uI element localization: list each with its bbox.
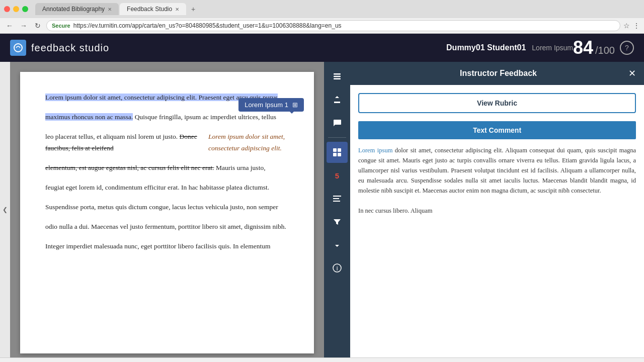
normal-text-4: Mauris urna justo, [214,164,266,171]
app-title: feedback studio [31,42,109,54]
document-page: Lorem Ipsum 1 ⊞ Lorem ipsum dolor sit am… [20,72,314,353]
score-max: /100 [595,45,615,56]
student-name: Dummy01 Student01 [446,43,526,52]
tooltip-grid-icon: ⊞ [292,101,298,109]
svg-rect-5 [338,148,341,152]
paragraph-2: maximus rhoncus non ac massa. Quisque fr… [45,112,289,123]
svg-rect-9 [333,198,339,199]
svg-rect-8 [333,196,341,197]
turnitin-logo [10,40,26,56]
highlighted-text-2: maximus rhoncus non ac massa. [45,113,133,121]
main-layout: ❮ Lorem Ipsum 1 ⊞ Lorem ipsum dolor sit … [0,62,644,357]
feedback-panel: Instructor Feedback ✕ View Rubric Text C… [350,62,644,357]
left-panel-toggle[interactable]: ❮ [0,62,10,357]
svg-rect-10 [333,201,340,202]
browser-title-bar: Annotated Bibliography ✕ Feedback Studio… [0,0,644,18]
feedback-panel-title: Instructor Feedback [368,69,628,78]
italic-comment-3: Lorem ipsum dolor sit amet, consectetur … [208,133,285,152]
settings-icon[interactable]: ⋮ [633,22,640,30]
paragraph-4: elementum, est augue egestas nisl, ac cu… [45,162,289,174]
feedback-panel-header: Instructor Feedback ✕ [350,62,644,85]
score-value: 84 [573,37,593,58]
svg-rect-7 [338,153,341,156]
tooltip-label: Lorem Ipsum 1 [245,101,288,109]
svg-text:i: i [337,265,338,272]
svg-rect-6 [333,153,337,156]
align-btn[interactable] [327,188,348,209]
svg-rect-2 [334,76,341,77]
text-7: odio nulla a dui. Maecenas vel justo fer… [45,223,286,230]
browser-tabs: Annotated Bibliography ✕ Feedback Studio… [35,3,199,15]
close-window-btn[interactable] [4,6,10,12]
bookmark-icon[interactable]: ☆ [623,22,630,30]
browser-chrome: Annotated Bibliography ✕ Feedback Studio… [0,0,644,34]
forward-btn[interactable]: → [18,20,29,31]
text-6: Suspendisse porta, metus quis dictum con… [45,203,278,211]
left-arrow-icon: ❮ [3,206,8,213]
minimize-window-btn[interactable] [13,6,19,12]
header-right: 84 /100 ? [573,37,634,58]
share-btn[interactable] [327,89,348,110]
tab-label: Feedback Studio [127,6,172,13]
svg-rect-3 [334,78,341,80]
paragraph-7: odio nulla a dui. Maecenas vel justo fer… [45,221,289,233]
marks-btn[interactable] [327,142,348,163]
header-left: feedback studio [10,40,446,56]
text-comment-header: Text Comment [358,121,636,139]
info-btn[interactable]: i [327,257,348,279]
comment-highlight: Lorem ipsum [358,147,392,154]
document-tooltip[interactable]: Lorem Ipsum 1 ⊞ [238,98,304,112]
paragraph-8: Integer imperdiet malesuada nunc, eget p… [45,241,289,252]
new-tab-btn[interactable]: + [187,3,199,15]
strikethrough-text-4: elementum, est augue egestas nisl, ac cu… [45,164,214,171]
browser-nav-bar: ← → ↻ Secure https://ev.turnitin.com/app… [0,18,644,34]
reload-btn[interactable]: ↻ [32,20,43,31]
document-area: Lorem Ipsum 1 ⊞ Lorem ipsum dolor sit am… [10,62,324,357]
tab-close-icon[interactable]: ✕ [108,7,112,12]
comment-btn[interactable] [327,112,348,133]
header-center: Dummy01 Student01 Lorem Ipsum [446,43,573,52]
view-rubric-btn[interactable]: View Rubric [358,93,636,113]
paragraph-5: feugiat eget lorem id, condimentum effic… [45,182,289,194]
filter-btn[interactable] [327,211,348,232]
paragraph-3: leo placerat tellus, et aliquam nisl lor… [45,131,289,154]
feedback-close-btn[interactable]: ✕ [628,68,636,79]
secure-badge: Secure [52,23,70,29]
back-btn[interactable]: ← [4,20,15,31]
tool-panel: 5 i [324,62,350,357]
assignment-name: Lorem Ipsum [532,44,573,52]
tab-feedback-studio[interactable]: Feedback Studio ✕ [120,3,186,15]
svg-rect-1 [334,73,341,75]
browser-nav-right: ☆ ⋮ [623,22,640,30]
app-header: feedback studio Dummy01 Student01 Lorem … [0,34,644,62]
tool-divider-1 [328,137,346,138]
svg-rect-4 [333,148,337,152]
count-badge: 5 [335,171,339,180]
feedback-panel-body: View Rubric Text Comment Lorem ipsum dol… [350,85,644,357]
maximize-window-btn[interactable] [22,6,28,12]
tab-label: Annotated Bibliography [42,6,105,13]
download-btn[interactable] [327,234,348,255]
text-5: feugiat eget lorem id, condimentum effic… [45,184,269,191]
comment-text: Lorem ipsum dolor sit amet, consectetur … [358,145,636,216]
address-bar[interactable]: Secure https://ev.turnitin.com/app/carta… [46,20,620,31]
help-icon[interactable]: ? [620,41,634,55]
paragraph-6: Suspendisse porta, metus quis dictum con… [45,202,289,213]
layers-btn[interactable] [327,66,348,87]
app-footer: Page: 1 of 4 Word Count: 626 Return to T… [0,357,644,362]
address-url: https://ev.turnitin.com/app/carta/en_us?… [73,22,342,29]
text-8: Integer imperdiet malesuada nunc, eget p… [45,242,271,250]
svg-point-0 [14,44,22,52]
normal-text-2: Quisque fringilla, ipsum ac imperdiet ul… [133,113,276,121]
normal-text-3: leo placerat tellus, et aliquam nisl lor… [45,133,180,140]
tab-close-icon[interactable]: ✕ [175,7,179,12]
tab-annotated-bibliography[interactable]: Annotated Bibliography ✕ [35,3,119,15]
score-display: 84 /100 [573,37,615,58]
count-btn[interactable]: 5 [327,165,348,186]
